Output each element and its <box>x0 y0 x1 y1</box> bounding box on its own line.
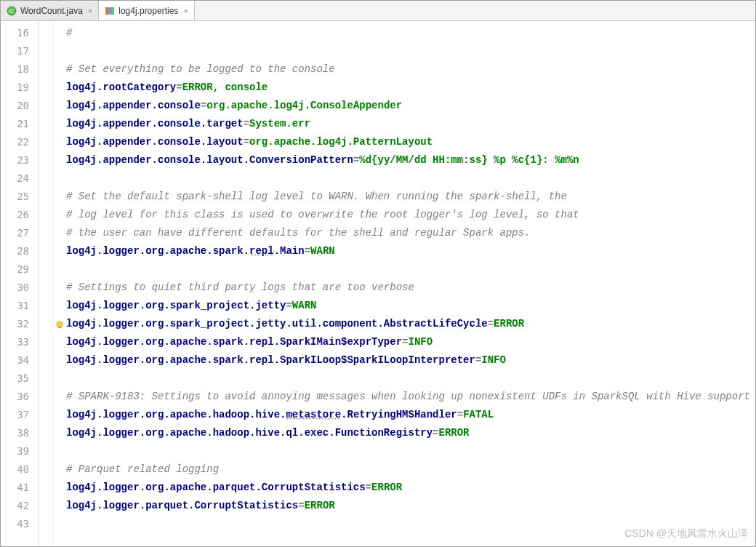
code-line[interactable]: log4j.logger.org.apache.hadoop.hive.ql.e… <box>66 424 755 442</box>
svg-rect-6 <box>59 327 61 328</box>
code-line[interactable] <box>66 260 755 279</box>
code-line[interactable]: # <box>66 24 755 42</box>
editor-tab-bar: C WordCount.java × log4j.properties × <box>1 1 755 21</box>
line-number: 18 <box>1 60 29 79</box>
code-token: ERROR, console <box>182 81 268 93</box>
code-line[interactable]: # the user can have different defaults f… <box>66 224 755 242</box>
code-line[interactable] <box>66 370 755 388</box>
line-number: 28 <box>1 242 29 260</box>
line-number: 22 <box>1 133 29 151</box>
code-line[interactable]: log4j.appender.console.layout=org.apache… <box>66 133 755 151</box>
properties-file-icon <box>105 6 115 16</box>
code-token: log4j.appender.console.layout <box>66 136 244 148</box>
code-line[interactable]: log4j.appender.console.layout.Conversion… <box>66 151 755 169</box>
code-token: log4j.logger.org.apache.parquet.CorruptS… <box>66 482 366 493</box>
code-token: = <box>488 318 494 330</box>
code-token: ERROR <box>439 427 470 439</box>
code-token: = <box>433 427 438 439</box>
code-token: log4j.logger.org.apache.hadoop.hive. <box>66 409 286 420</box>
code-token: .Main <box>274 245 305 257</box>
code-line[interactable]: # log level for this class is used to ov… <box>66 206 755 224</box>
code-token: = <box>244 136 249 148</box>
code-line[interactable]: log4j.logger.org.spark_project.jetty=WAR… <box>66 297 755 315</box>
code-token: log4j.appender.console.layout.Conversion… <box>66 154 353 166</box>
tab-wordcount[interactable]: C WordCount.java × <box>1 1 99 20</box>
svg-rect-3 <box>108 7 111 15</box>
line-number: 21 <box>1 115 29 133</box>
code-line[interactable]: # Parquet related logging <box>66 460 755 479</box>
intention-bulb-icon[interactable] <box>55 318 64 327</box>
code-token: = <box>305 245 310 257</box>
code-token: ERROR <box>305 500 335 511</box>
code-line[interactable]: log4j.logger.org.apache.spark.repl.Main=… <box>66 242 755 260</box>
code-token: repl <box>249 245 274 257</box>
code-line[interactable]: log4j.logger.org.apache.hadoop.hive.meta… <box>66 406 755 424</box>
code-line[interactable] <box>66 42 755 60</box>
code-token: # SPARK-9183: Settings to avoid annoying… <box>66 391 750 402</box>
code-line[interactable] <box>66 515 755 533</box>
tab-log4j[interactable]: log4j.properties × <box>99 1 195 20</box>
line-number: 43 <box>1 515 29 533</box>
code-line[interactable]: log4j.logger.org.apache.parquet.CorruptS… <box>66 479 755 497</box>
code-token: log4j.logger.org.apache.spark.repl.Spark… <box>66 336 402 348</box>
code-viewport[interactable]: # # Set everything to be logged to the c… <box>53 21 755 546</box>
code-line[interactable]: # Settings to quiet third party logs tha… <box>66 279 755 297</box>
line-number-gutter: 1617181920212223242526272829303132333435… <box>1 21 39 546</box>
line-number: 27 <box>1 224 29 242</box>
line-number: 33 <box>1 333 29 351</box>
line-number: 23 <box>1 151 29 169</box>
code-line[interactable]: # SPARK-9183: Settings to avoid annoying… <box>66 388 755 406</box>
svg-rect-2 <box>105 7 108 15</box>
code-token: = <box>201 100 206 111</box>
code-line[interactable]: log4j.logger.org.spark_project.jetty.uti… <box>66 315 755 333</box>
close-icon[interactable]: × <box>88 7 92 15</box>
line-number: 32 <box>1 315 29 333</box>
code-token: = <box>298 500 304 511</box>
code-line[interactable]: log4j.logger.org.apache.spark.repl.Spark… <box>66 351 755 370</box>
code-token: org.apache.log4j.ConsoleAppender <box>206 100 402 111</box>
line-number: 29 <box>1 260 29 279</box>
line-number: 17 <box>1 42 29 60</box>
svg-text:C: C <box>9 8 14 15</box>
svg-rect-4 <box>111 7 114 15</box>
code-content[interactable]: # # Set everything to be logged to the c… <box>53 21 755 533</box>
tab-label: WordCount.java <box>20 6 83 16</box>
line-number: 26 <box>1 206 29 224</box>
code-token: log4j.appender.console.target <box>66 118 244 129</box>
code-line[interactable]: log4j.appender.console.target=System.err <box>66 115 755 133</box>
line-number: 39 <box>1 442 29 460</box>
code-line[interactable] <box>66 169 755 188</box>
line-number: 16 <box>1 24 29 42</box>
code-line[interactable] <box>66 442 755 460</box>
line-number: 31 <box>1 297 29 315</box>
editor-area: 1617181920212223242526272829303132333435… <box>1 21 755 546</box>
code-token: WARN <box>310 245 335 257</box>
line-number: 24 <box>1 169 29 188</box>
code-line[interactable]: # Set everything to be logged to the con… <box>66 60 755 79</box>
line-number: 41 <box>1 479 29 497</box>
line-number: 35 <box>1 370 29 388</box>
code-line[interactable]: log4j.rootCategory=ERROR, console <box>66 79 755 97</box>
code-token: = <box>176 81 182 93</box>
line-number: 38 <box>1 424 29 442</box>
code-token: org.apache.log4j.PatternLayout <box>249 136 433 148</box>
code-token: log4j.logger.parquet.CorruptStatistics <box>66 500 298 511</box>
code-line[interactable]: # Set the default spark-shell log level … <box>66 188 755 206</box>
line-number: 30 <box>1 279 29 297</box>
code-token: = <box>286 300 291 311</box>
code-token: # the user can have different defaults f… <box>66 227 531 239</box>
code-line[interactable]: log4j.logger.org.apache.spark.repl.Spark… <box>66 333 755 351</box>
code-token: .RetryingHMSHandler <box>341 409 457 420</box>
code-token: # Parquet related logging <box>66 463 219 475</box>
line-number: 40 <box>1 460 29 479</box>
code-token: log4j.logger.org.spark_project.jetty <box>66 300 286 311</box>
code-token: log4j.appender.console <box>66 100 201 111</box>
close-icon[interactable]: × <box>183 7 188 15</box>
code-line[interactable]: log4j.appender.console=org.apache.log4j.… <box>66 97 755 115</box>
code-line[interactable]: log4j.logger.parquet.CorruptStatistics=E… <box>66 497 755 515</box>
code-token: metastore <box>286 409 341 420</box>
code-token: ERROR <box>371 482 402 493</box>
code-token: log4j.logger.org.apache.hadoop.hive.ql.e… <box>66 427 433 439</box>
code-token: %d{yy/MM/dd HH:mm:ss} %p %c{1}: %m%n <box>359 154 579 166</box>
code-token: ERROR <box>494 318 524 330</box>
